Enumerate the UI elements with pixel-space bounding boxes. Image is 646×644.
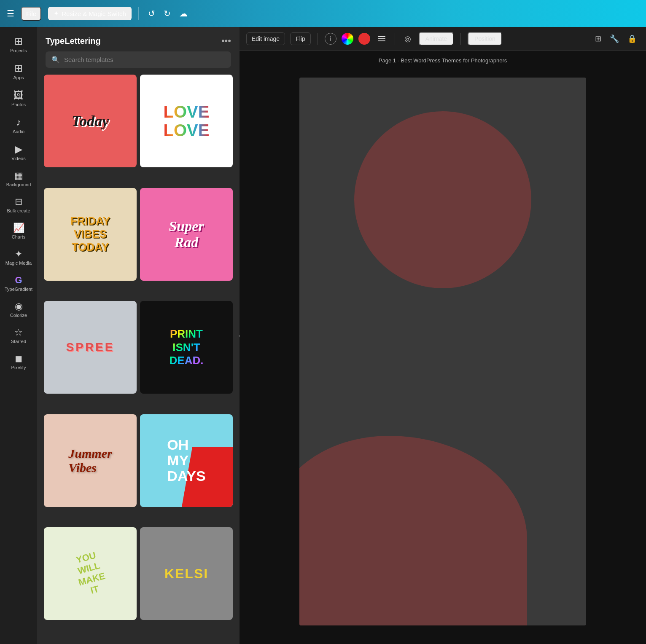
sidebar-item-pixelify[interactable]: ◼ Pixelify [0,349,37,375]
template-card-today[interactable]: Today [44,75,137,167]
save-cloud-button[interactable]: ☁ [177,6,190,21]
sidebar-item-starred[interactable]: ☆ Starred [0,323,37,349]
magic-media-icon: ✦ [15,250,22,259]
template-card-ohmy[interactable]: OHMYDAYS [140,414,233,507]
topbar-divider [138,7,139,20]
panel-more-button[interactable]: ••• [221,35,231,46]
template-card-spree[interactable]: SPREE [44,301,137,394]
sidebar-item-bulk-create[interactable]: ⊟ Bulk create [0,192,37,218]
bulk-create-icon: ⊟ [15,197,22,207]
canvas-content: Page 1 - Best WordPress Themes for Photo… [240,51,646,644]
card-text-ohmy: OHMYDAYS [162,432,210,489]
sidebar-label-bulk-create: Bulk create [7,208,30,213]
sidebar-item-charts[interactable]: 📈 Charts [0,218,37,244]
sidebar-label-projects: Projects [10,48,27,53]
canvas-toolbar: Edit image Flip i ◎ Animate Position ⊞ 🔧… [240,27,646,51]
sidebar-item-projects[interactable]: ⊞ Projects [0,31,37,58]
sidebar-item-apps[interactable]: ⊞ Apps [0,58,37,85]
topbar: ☰ File ✦ Resize & Magic Switch ↺ ↻ ☁ [0,0,646,27]
template-card-kelsi[interactable]: KELSI [140,527,233,620]
grid-view-icon[interactable]: ⊞ [592,32,604,46]
position-button[interactable]: Position [468,32,502,46]
audio-icon: ♪ [16,117,21,127]
card-text-spree: SPREE [66,341,115,354]
sidebar-label-audio: Audio [13,129,24,134]
edit-image-button[interactable]: Edit image [246,32,285,45]
sidebar-item-background[interactable]: ▦ Background [0,166,37,192]
sidebar-item-colorize[interactable]: ◉ Colorize [0,297,37,323]
template-card-lovelove[interactable]: LOVELOVE [140,75,233,167]
icon-sidebar: ⊞ Projects ⊞ Apps 🖼 Photos ♪ Audio ▶ Vid… [0,27,37,644]
flip-button[interactable]: Flip [290,32,311,45]
template-card-superrad[interactable]: SuperRad [140,188,233,281]
template-grid: Today LOVELOVE FRIDAYVIBESTODAY SuperRad… [37,75,240,644]
photos-icon: 🖼 [13,90,24,100]
template-card-youwill[interactable]: YOUWILLMAKEIT [44,527,137,620]
toolbar-divider-3 [460,33,461,45]
search-input[interactable] [64,56,225,63]
toolbar-divider-2 [395,33,395,45]
card-text-summer: JummerVibes [68,446,112,475]
card-text-youwill: YOUWILLMAKEIT [71,549,109,599]
sidebar-label-charts: Charts [12,234,25,239]
card-text-superrad: SuperRad [169,218,204,250]
main-content: ⊞ Projects ⊞ Apps 🖼 Photos ♪ Audio ▶ Vid… [0,27,646,644]
hamburger-icon[interactable]: ☰ [7,8,14,19]
undo-button[interactable]: ↺ [145,6,158,21]
animate-button[interactable]: Animate [419,32,454,46]
sidebar-label-typegradient: TypeGradient [5,287,32,292]
resize-magic-switch-button[interactable]: ✦ Resize & Magic Switch [48,7,132,20]
starred-icon: ☆ [14,328,23,337]
background-icon: ▦ [14,171,23,180]
resize-label: Resize & Magic Switch [62,10,126,17]
projects-icon: ⊞ [14,36,23,46]
sidebar-label-apps: Apps [13,75,24,80]
search-icon: 🔍 [51,56,60,64]
canvas-area: Edit image Flip i ◎ Animate Position ⊞ 🔧… [240,27,646,644]
pixelify-icon: ◼ [15,354,22,363]
sidebar-label-videos: Videos [11,156,25,161]
card-text-print: PRINTISN'TDEAD. [170,327,204,367]
template-card-print[interactable]: PRINTISN'TDEAD. [140,301,233,394]
color-wheel-icon[interactable] [342,33,353,45]
lines-icon[interactable] [375,34,388,44]
typegradient-icon: G [15,276,22,285]
template-card-friday[interactable]: FRIDAYVIBESTODAY [44,188,137,281]
card-text-friday: FRIDAYVIBESTODAY [70,215,110,254]
colorize-icon: ◉ [15,302,23,311]
file-menu-button[interactable]: File [21,7,41,21]
lock-icon[interactable]: 🔒 [625,32,639,46]
sidebar-label-colorize: Colorize [10,313,27,318]
toolbar-end-icons: ⊞ 🔧 🔒 [592,32,639,46]
card-text-love: LOVELOVE [164,102,210,140]
sidebar-item-photos[interactable]: 🖼 Photos [0,85,37,112]
sidebar-item-typegradient[interactable]: G TypeGradient [0,271,37,297]
sidebar-label-starred: Starred [11,339,26,344]
search-bar: 🔍 [46,51,231,68]
page-label: Page 1 - Best WordPress Themes for Photo… [379,57,507,64]
templates-panel: TypeLettering ••• 🔍 Today LOVELOVE FRIDA… [37,27,240,644]
sidebar-label-pixelify: Pixelify [11,365,26,370]
sidebar-item-magic-media[interactable]: ✦ Magic Media [0,244,37,271]
sidebar-label-photos: Photos [11,102,26,107]
charts-icon: 📈 [13,223,24,233]
info-icon[interactable]: i [325,33,336,45]
sidebar-item-audio[interactable]: ♪ Audio [0,112,37,139]
card-text-today: Today [72,112,109,130]
sidebar-label-magic-media: Magic Media [5,260,32,266]
animate-icon: ◎ [402,32,414,46]
videos-icon: ▶ [15,144,22,154]
template-card-summer[interactable]: JummerVibes [44,414,137,507]
record-button[interactable] [358,33,370,45]
sidebar-item-videos[interactable]: ▶ Videos [0,139,37,166]
collapse-panel-button[interactable]: ‹ [234,325,240,346]
canvas-circle-shape [354,111,531,288]
adjustments-icon[interactable]: 🔧 [607,32,622,46]
toolbar-divider-1 [318,33,318,45]
canvas-page [299,78,586,625]
panel-header: TypeLettering ••• [37,27,240,51]
card-text-kelsi: KELSI [164,566,208,582]
sidebar-label-background: Background [6,182,31,187]
canvas-curve-shape [299,436,527,625]
redo-button[interactable]: ↻ [161,6,173,21]
